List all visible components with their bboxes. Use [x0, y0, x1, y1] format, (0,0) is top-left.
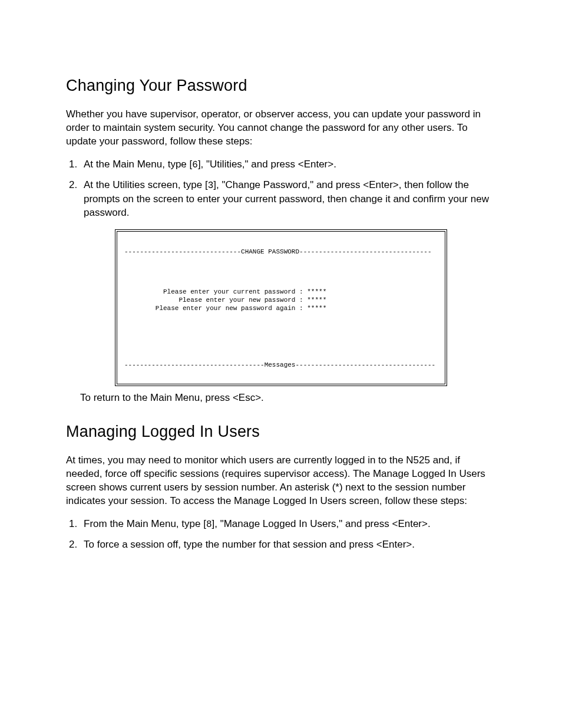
step-1-text-post: ], "Utilities," and press <Enter>. — [198, 159, 336, 170]
step-2-key: 3 — [208, 180, 214, 191]
step-2b: To force a session off, type the number … — [80, 538, 496, 552]
terminal-box: ------------------------------CHANGE PAS… — [115, 229, 447, 386]
step-1-key: 6 — [192, 160, 198, 170]
return-instruction: To return to the Main Menu, press <Esc>. — [80, 392, 496, 404]
terminal-messages: ------------------------------------Mess… — [124, 361, 435, 368]
document-page: Changing Your Password Whether you have … — [0, 0, 562, 728]
terminal-prompt-new: Please enter your new password : ***** — [124, 297, 326, 304]
intro-paragraph-2: At times, you may need to monitor which … — [66, 454, 496, 508]
terminal-prompt-again: Please enter your new password again : *… — [124, 305, 326, 312]
terminal-prompt-current: Please enter your current password : ***… — [124, 288, 326, 295]
step-1b-text-pre: From the Main Menu, type [ — [84, 518, 206, 529]
section-heading-manage-users: Managing Logged In Users — [66, 423, 496, 441]
step-1b-text-post: ], "Manage Logged In Users," and press <… — [211, 518, 430, 529]
steps-list-2: From the Main Menu, type [8], "Manage Lo… — [66, 518, 496, 552]
steps-list-1: At the Main Menu, type [6], "Utilities,"… — [66, 158, 496, 220]
step-2-text-pre: At the Utilities screen, type [ — [84, 179, 208, 190]
terminal-screenshot-change-password: ------------------------------CHANGE PAS… — [115, 229, 447, 386]
step-1b: From the Main Menu, type [8], "Manage Lo… — [80, 518, 496, 532]
step-1: At the Main Menu, type [6], "Utilities,"… — [80, 158, 496, 172]
terminal-header: ------------------------------CHANGE PAS… — [124, 248, 432, 255]
intro-paragraph-1: Whether you have supervisor, operator, o… — [66, 108, 496, 149]
section-heading-change-password: Changing Your Password — [66, 77, 496, 95]
step-2: At the Utilities screen, type [3], "Chan… — [80, 179, 496, 219]
step-1-text-pre: At the Main Menu, type [ — [84, 159, 192, 170]
